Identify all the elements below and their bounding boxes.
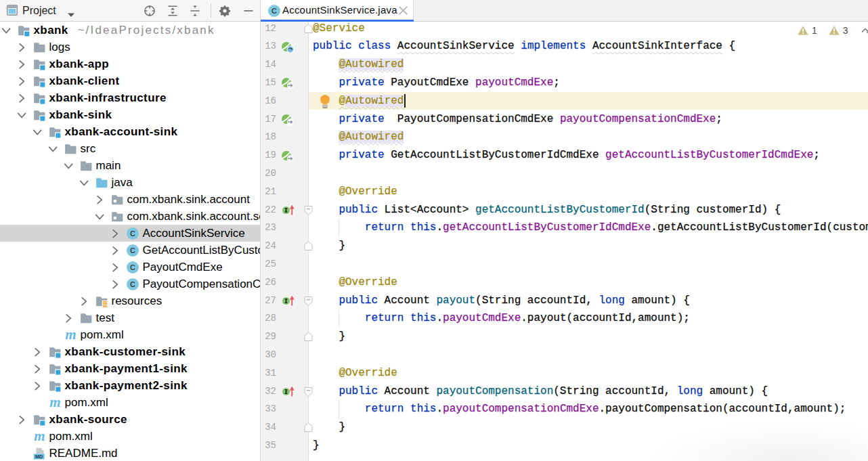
svg-text:C: C <box>272 7 277 15</box>
svg-text:m: m <box>65 329 76 342</box>
svg-text:m: m <box>49 397 60 410</box>
svg-text:C: C <box>130 246 135 255</box>
svg-text:m: m <box>34 431 45 443</box>
svg-text:C: C <box>130 263 135 271</box>
svg-text:MD: MD <box>35 453 43 459</box>
svg-text:C: C <box>130 280 135 288</box>
svg-text:C: C <box>130 229 135 238</box>
